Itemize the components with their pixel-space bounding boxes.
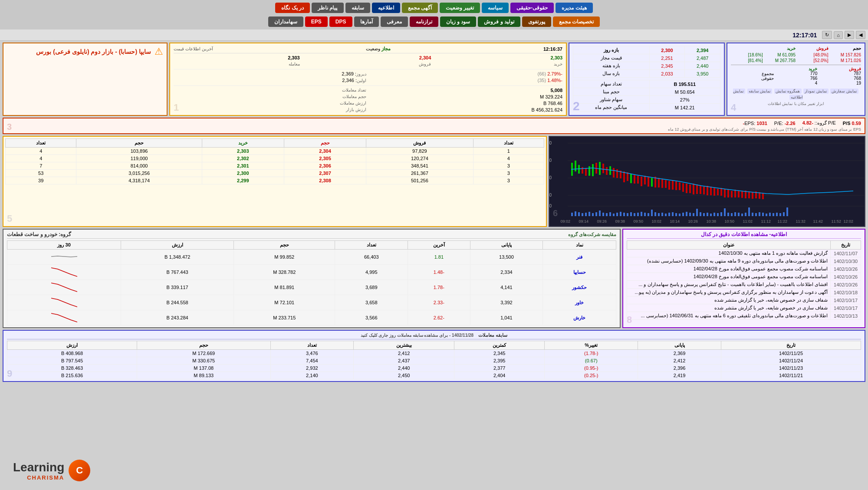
nav-pnl[interactable]: سود و زیان (440, 16, 477, 27)
nav-info[interactable]: اطلاعیه (372, 3, 400, 13)
svg-text:11:22: 11:22 (777, 219, 787, 224)
group-row[interactable]: حسایپا 2,334 -1.48 4,995 328.782 M 767.4… (7, 265, 616, 280)
hist-count: 2,140 (270, 372, 354, 379)
nav-shareholders[interactable]: سهامداران (268, 16, 303, 27)
svg-rect-77 (609, 212, 611, 216)
nav-portfolio[interactable]: پورتفوی (522, 16, 551, 27)
grp-h-count: تعداد (335, 241, 408, 250)
hist-close: 2,412 (638, 357, 721, 365)
grp-close: -1.48 (408, 265, 470, 280)
grp-chart (7, 280, 121, 295)
group-row[interactable]: خاور 3,392 -2.33 3,658 72.101 M 244.558 … (7, 295, 616, 310)
panel-group: مقایسه شرکت‌های گروه گروه: خودرو و ساخت … (3, 229, 621, 328)
history-row[interactable]: 1402/11/23 2,396 (-0.95) 2,377 2,440 2,9… (7, 365, 861, 372)
news-row[interactable]: 1402/10/26 افشای اطلاعات بااهمیت - (سایر… (627, 281, 861, 289)
ch2-first: اولین: 2,346 (174, 78, 366, 83)
toolbar-back[interactable]: ◀ (856, 31, 865, 39)
svg-text:2,340: 2,340 (549, 175, 552, 180)
news-row[interactable]: 1402/10/18 آگهی دعوت از سهامداران به منظ… (627, 289, 861, 296)
nav-allocation[interactable]: تخصیصات مجمع (553, 16, 600, 27)
nav-history[interactable]: سابقه (345, 3, 370, 13)
history-row[interactable]: 1402/11/24 2,412 (0.67) 2,395 2,437 7,45… (7, 357, 861, 365)
toolbar-refresh[interactable]: ↻ (822, 31, 832, 39)
grp-symbol: خاور (543, 295, 616, 310)
mi-float-pct: 27% (649, 96, 720, 104)
grp-h-close: آخرین (408, 241, 470, 250)
nav-announce[interactable]: آگهی مجمع (402, 3, 438, 13)
svg-rect-112 (731, 213, 733, 216)
news-title: اطلاعات و صورت‌های مالی میاندوره‌ای دوره… (627, 257, 831, 265)
nav-watcher[interactable]: پیام ناظر (312, 3, 343, 13)
news-row[interactable]: 1402/10/26 اساسنامه شرکت مصوب مجمع عمومی… (627, 265, 861, 273)
trade-count-lbl: تعداد معاملات (174, 88, 366, 93)
nav-legal[interactable]: حقوقی-حقیقی (510, 3, 554, 13)
svg-rect-76 (606, 213, 608, 216)
toolbar-forward[interactable]: ▶ (845, 31, 854, 39)
group-table: نماد پایانی آخرین تعداد حجم ارزش 30 روز … (7, 240, 616, 326)
panel6-num: 6 (553, 208, 558, 218)
nav-balance[interactable]: ترازنامه (410, 16, 438, 27)
svg-rect-115 (741, 214, 743, 216)
nav-board[interactable]: هیئت مدیره (556, 3, 592, 13)
hist-close: 2,419 (638, 372, 721, 379)
trade-lbl: معامله (174, 62, 300, 66)
news-panel-title: اطلاعیه- مشاهده اطلاعات دقیق در کدال (627, 231, 861, 239)
mi-year-low: 2,033 (649, 70, 685, 78)
tool-1[interactable]: نمایش سفارش (830, 89, 858, 94)
nav-overview[interactable]: در یک نگاه (275, 3, 310, 13)
vol-legal-sell-pct: [52.0%] (796, 58, 829, 63)
svg-rect-105 (707, 213, 708, 216)
ob-count-sell: 3 (473, 162, 544, 170)
history-row[interactable]: 1402/11/25 2,369 (-1.78) 2,345 2,412 3,4… (7, 350, 861, 357)
nav-eps[interactable]: EPS (305, 16, 328, 27)
svg-rect-113 (734, 212, 736, 216)
news-title: اساسنامه شرکت مصوب مجمع عمومی فوق‌العاده… (627, 265, 831, 273)
nav-policy[interactable]: سیاسه (482, 3, 509, 13)
nav-production[interactable]: تولید و فروش (478, 16, 520, 27)
mi-avg-vol: 142.21 M (649, 104, 720, 112)
mi-limit-label: قیمت مجاز (573, 54, 650, 62)
nav-row1: هیئت مدیره حقوقی-حقیقی سیاسه تغییر وضعیت… (0, 0, 868, 16)
news-row[interactable]: 1402/10/17 شفاف سازی در خصوص شایعه، خبر … (627, 296, 861, 304)
trade-vol-lbl: حجم معاملات (174, 94, 366, 99)
svg-rect-61 (748, 191, 750, 198)
group-row[interactable]: فنر 13,500 1.81 66,403 99.852 M 1,348.47… (7, 250, 616, 265)
svg-rect-93 (665, 214, 667, 216)
nav-intro[interactable]: معرفی (381, 16, 408, 27)
toolbar: ◀ ▶ ⌂ ↻ 12:17:01 (0, 30, 868, 41)
mi-range-low: 2,300 (649, 46, 685, 54)
grp-chart (7, 310, 121, 326)
svg-rect-42 (682, 183, 684, 192)
group-row[interactable]: حکشور 4,141 -1.78 3,689 81.891 M 339.117… (7, 280, 616, 295)
news-date: 1402/10/17 (831, 304, 861, 312)
svg-rect-123 (769, 213, 771, 216)
svg-rect-65 (762, 193, 764, 199)
history-row[interactable]: 1402/11/21 2,419 (-0.25) 2,404 2,450 2,1… (7, 372, 861, 379)
news-row[interactable]: 1402/10/17 شفاف سازی در خصوص شایعه، خبر … (627, 304, 861, 312)
hist-change: (-0.95) (545, 365, 638, 372)
toolbar-home[interactable]: ⌂ (834, 31, 843, 39)
svg-text:10:14: 10:14 (670, 219, 680, 224)
tool-4[interactable]: نمایش سابقه (747, 89, 773, 94)
svg-rect-108 (717, 213, 719, 216)
tool-2[interactable]: نمایش نمودار (803, 89, 829, 94)
news-row[interactable]: 1402/10/26 اساسنامه شرکت مصوب مجمع عمومی… (627, 273, 861, 281)
news-row[interactable]: 1402/10/30 اطلاعات و صورت‌های مالی میاند… (627, 257, 861, 265)
trade-buy-lbl: خرید (436, 62, 562, 66)
nav-dps[interactable]: DPS (329, 16, 352, 27)
news-row[interactable]: 1402/11/07 گزارش فعالیت ماهانه دوره 1 ما… (627, 250, 861, 257)
svg-rect-91 (658, 213, 660, 216)
tool-3[interactable]: همگروه نمایش (774, 89, 802, 94)
nav-status[interactable]: تغییر وضعیت (440, 3, 480, 13)
hist-low: 2,345 (454, 350, 545, 357)
hist-date: 1402/11/24 (721, 357, 861, 365)
grp-chart (7, 265, 121, 280)
svg-rect-56 (731, 191, 733, 197)
vol-label-buy: خرید (764, 46, 796, 51)
grp-close: -1.78 (408, 280, 470, 295)
group-row[interactable]: خارش 1,041 -2.62 3,566 233.715 M 243.284… (7, 310, 616, 326)
svg-text:11:12: 11:12 (761, 219, 771, 224)
nav-stats[interactable]: آمارها (354, 16, 379, 27)
news-date: 1402/10/26 (831, 273, 861, 281)
news-row[interactable]: 1402/10/13 اطلاعات و صورت‌های مالی میاند… (627, 312, 861, 320)
